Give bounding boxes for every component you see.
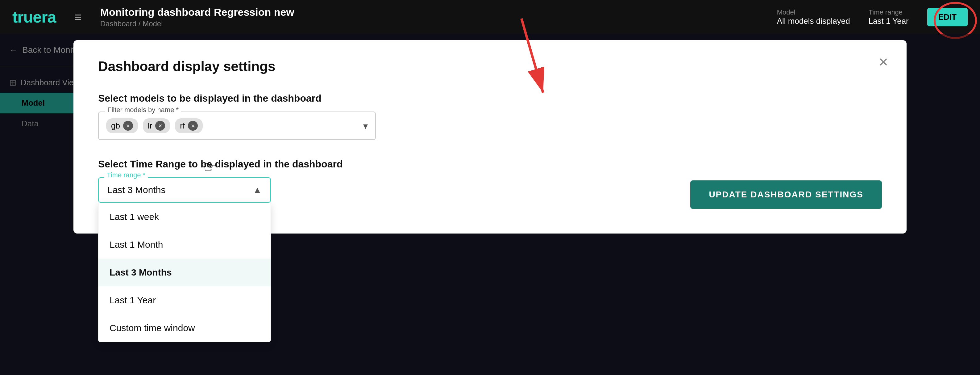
model-label: Model [777, 8, 795, 16]
model-value: All models displayed [777, 16, 850, 26]
edit-wrapper: EDIT [927, 8, 968, 26]
filter-label: Filter models by name * [105, 106, 181, 114]
filter-dropdown-arrow-icon[interactable]: ▾ [363, 120, 368, 131]
time-section-label: Select Time Range to be displayed in the… [98, 158, 882, 170]
chip-rf-close[interactable]: × [188, 121, 198, 131]
logo: truera [12, 8, 56, 26]
dropdown-item-custom[interactable]: Custom time window [99, 314, 270, 342]
breadcrumb: Dashboard / Model [100, 19, 759, 28]
update-dashboard-button[interactable]: UPDATE DASHBOARD SETTINGS [690, 180, 882, 209]
chip-rf-label: rf [180, 121, 185, 131]
dropdown-item-week[interactable]: Last 1 week [99, 203, 270, 231]
header-title-area: Monitoring dashboard Regression new Dash… [100, 6, 759, 28]
chip-lr: lr × [143, 118, 170, 133]
modal-close-button[interactable]: × [879, 53, 888, 71]
modal-title: Dashboard display settings [98, 59, 882, 74]
time-range-value: Last 1 Year [869, 16, 909, 26]
models-section-label: Select models to be displayed in the das… [98, 93, 882, 104]
header-model-section: Model All models displayed [777, 8, 850, 26]
time-range-field-label: Time range * [104, 171, 148, 179]
main-layout: ← Back to Monitoring ⊞ Dashboard Views M… [0, 34, 980, 375]
chip-gb-close[interactable]: × [123, 121, 133, 131]
time-range-label: Time range [869, 8, 902, 16]
dropdown-item-month[interactable]: Last 1 Month [99, 231, 270, 259]
modal: Dashboard display settings × Select mode… [73, 40, 907, 233]
chip-lr-close[interactable]: × [155, 121, 165, 131]
selected-time-range: Last 3 Months [107, 185, 165, 195]
edit-button[interactable]: EDIT [927, 8, 968, 26]
models-section: Select models to be displayed in the das… [98, 93, 882, 140]
header-time-range-section: Time range Last 1 Year [869, 8, 909, 26]
hamburger-icon[interactable]: ≡ [74, 10, 81, 24]
dropdown-item-year[interactable]: Last 1 Year [99, 286, 270, 314]
time-range-select-wrapper: Time range * Last 3 Months ▲ Last 1 week… [98, 177, 271, 203]
chip-gb-label: gb [111, 121, 120, 131]
time-range-select[interactable]: Last 3 Months ▲ [98, 177, 271, 203]
chip-rf: rf × [175, 118, 203, 133]
dashboard-title: Monitoring dashboard Regression new [100, 6, 759, 18]
filter-box: Filter models by name * gb × lr × rf × ▾ [98, 112, 376, 140]
dropdown-item-3months[interactable]: Last 3 Months [99, 259, 270, 286]
modal-overlay: Dashboard display settings × Select mode… [0, 34, 980, 375]
chip-gb: gb × [106, 118, 138, 133]
chip-lr-label: lr [148, 121, 152, 131]
dropdown-menu: Last 1 week Last 1 Month Last 3 Months L… [98, 203, 271, 342]
header: truera ≡ Monitoring dashboard Regression… [0, 0, 980, 34]
select-arrow-up-icon: ▲ [253, 185, 262, 195]
